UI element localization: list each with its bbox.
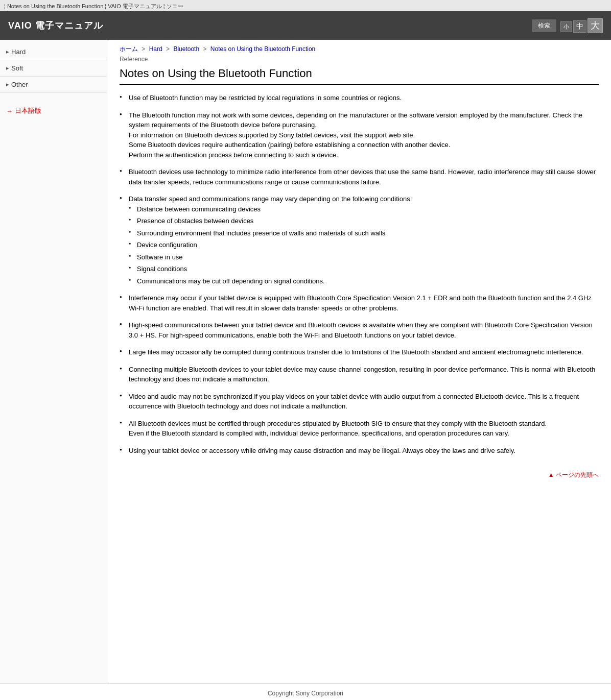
sub-list-item-text: Surrounding environment that includes pr… — [137, 229, 385, 237]
content-area: ホーム > Hard > Bluetooth > Notes on Using … — [107, 40, 611, 683]
sidebar-item-hard[interactable]: ▸ Hard — [0, 44, 107, 60]
sub-list-item-text: Communications may be cut off depending … — [137, 277, 325, 285]
list-item: High-speed communications between your t… — [120, 320, 599, 340]
sidebar-item-label: Other — [11, 81, 28, 88]
sub-list-item: Distance between communicating devices — [129, 204, 599, 214]
list-item-text: Data transfer speed and communications r… — [129, 195, 412, 203]
site-title: VAIO 電子マニュアル — [8, 19, 103, 32]
search-button[interactable]: 検索 — [532, 19, 556, 32]
list-item-text: All Bluetooth devices must be certified … — [129, 420, 547, 438]
sub-list-item: Presence of obstacles between devices — [129, 216, 599, 226]
font-large-button[interactable]: 大 — [588, 18, 603, 33]
breadcrumb-current: Notes on Using the Bluetooth Function — [210, 45, 315, 53]
list-item-text: High-speed communications between your t… — [129, 321, 593, 339]
page-header: VAIO 電子マニュアル 検索 小 中 大 — [0, 11, 611, 40]
content-body: Use of Bluetooth function may be restric… — [120, 93, 599, 455]
sub-list-item-text: Distance between communicating devices — [137, 205, 261, 213]
font-small-button[interactable]: 小 — [560, 21, 572, 32]
list-item-text: Interference may occur if your tablet de… — [129, 294, 592, 312]
list-item: Using your tablet device or accessory wh… — [120, 446, 599, 456]
list-item: The Bluetooth function may not work with… — [120, 110, 599, 160]
sub-list-item: Signal conditions — [129, 264, 599, 274]
sub-bullet-list: Distance between communicating devices P… — [129, 204, 599, 286]
breadcrumb-separator: > — [142, 45, 147, 53]
copyright-text: Copyright Sony Corporation — [268, 690, 343, 697]
list-item: All Bluetooth devices must be certified … — [120, 419, 599, 439]
breadcrumb-hard[interactable]: Hard — [149, 45, 162, 53]
breadcrumb-separator: > — [166, 45, 171, 53]
breadcrumb-separator: > — [203, 45, 208, 53]
header-controls: 検索 小 中 大 — [532, 18, 603, 33]
sub-list-item: Communications may be cut off depending … — [129, 276, 599, 286]
list-item-text: Bluetooth devices use technology to mini… — [129, 168, 596, 186]
chevron-right-icon: ▸ — [6, 65, 9, 71]
main-layout: ▸ Hard ▸ Soft ▸ Other → 日本語版 ホーム > Hard … — [0, 40, 611, 683]
sub-list-item: Surrounding environment that includes pr… — [129, 228, 599, 238]
breadcrumb-home[interactable]: ホーム — [120, 45, 138, 53]
font-size-controls: 小 中 大 — [560, 18, 603, 33]
list-item-text: Video and audio may not be synchronized … — [129, 393, 579, 411]
list-item: Interference may occur if your tablet de… — [120, 293, 599, 313]
sub-list-item-text: Signal conditions — [137, 265, 187, 273]
chevron-right-icon: ▸ — [6, 81, 9, 88]
sub-list-item-text: Software in use — [137, 253, 183, 261]
list-item: Connecting multiple Bluetooth devices to… — [120, 365, 599, 384]
list-item: Video and audio may not be synchronized … — [120, 392, 599, 412]
sidebar-item-other[interactable]: ▸ Other — [0, 77, 107, 93]
back-to-top-link[interactable]: ▲ ページの先頭へ — [120, 463, 599, 484]
browser-tab: ¦ Notes on Using the Bluetooth Function … — [0, 0, 611, 11]
font-mid-button[interactable]: 中 — [573, 20, 586, 33]
sub-list-item-text: Presence of obstacles between devices — [137, 217, 253, 225]
list-item-text: Using your tablet device or accessory wh… — [129, 447, 515, 454]
arrow-right-icon: → — [6, 107, 13, 115]
sub-list-item-text: Device configuration — [137, 241, 197, 249]
reference-label: Reference — [120, 56, 599, 63]
page-footer: Copyright Sony Corporation — [0, 683, 611, 700]
list-item: Data transfer speed and communications r… — [120, 194, 599, 286]
list-item: Use of Bluetooth function may be restric… — [120, 93, 599, 103]
list-item: Bluetooth devices use technology to mini… — [120, 167, 599, 187]
list-item-text: Large files may occasionally be corrupte… — [129, 348, 583, 356]
sub-list-item: Device configuration — [129, 240, 599, 250]
list-item-text: The Bluetooth function may not work with… — [129, 111, 582, 159]
breadcrumb-bluetooth[interactable]: Bluetooth — [173, 45, 199, 53]
sidebar: ▸ Hard ▸ Soft ▸ Other → 日本語版 — [0, 40, 107, 683]
tab-title: ¦ Notes on Using the Bluetooth Function … — [4, 3, 183, 10]
sidebar-link-label: 日本語版 — [15, 106, 41, 115]
arrow-up-icon: ▲ — [548, 471, 554, 478]
sidebar-language-link[interactable]: → 日本語版 — [0, 101, 107, 120]
chevron-right-icon: ▸ — [6, 49, 9, 55]
list-item-text: Use of Bluetooth function may be restric… — [129, 94, 402, 102]
list-item: Large files may occasionally be corrupte… — [120, 347, 599, 357]
sub-list-item: Software in use — [129, 252, 599, 262]
sidebar-item-soft[interactable]: ▸ Soft — [0, 60, 107, 77]
sidebar-item-label: Hard — [11, 48, 26, 56]
list-item-text: Connecting multiple Bluetooth devices to… — [129, 366, 595, 383]
breadcrumb: ホーム > Hard > Bluetooth > Notes on Using … — [120, 40, 599, 56]
page-title: Notes on Using the Bluetooth Function — [120, 67, 599, 85]
back-to-top-text: ページの先頭へ — [556, 471, 599, 478]
bullet-list: Use of Bluetooth function may be restric… — [120, 93, 599, 455]
sidebar-item-label: Soft — [11, 64, 23, 72]
